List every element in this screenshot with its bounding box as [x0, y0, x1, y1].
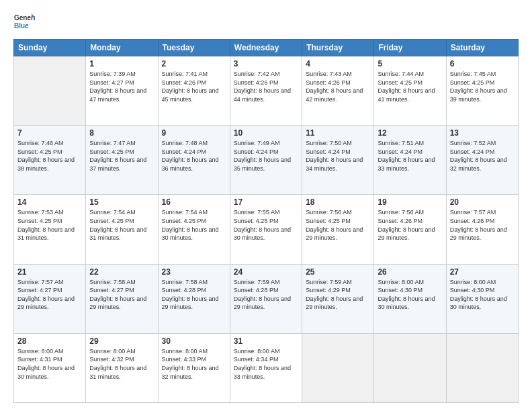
day-number: 5	[378, 59, 442, 68]
day-info: Sunrise: 7:54 AMSunset: 4:25 PMDaylight:…	[162, 208, 226, 242]
calendar-cell: 17Sunrise: 7:55 AMSunset: 4:25 PMDayligh…	[230, 195, 302, 264]
weekday-header-thursday: Thursday	[302, 40, 374, 56]
day-number: 23	[162, 267, 226, 277]
day-info: Sunrise: 8:00 AMSunset: 4:30 PMDaylight:…	[378, 278, 442, 312]
day-number: 3	[234, 59, 298, 68]
calendar-cell: 8Sunrise: 7:47 AMSunset: 4:25 PMDaylight…	[86, 126, 158, 195]
day-info: Sunrise: 7:39 AMSunset: 4:27 PMDaylight:…	[89, 70, 154, 103]
calendar-table: SundayMondayTuesdayWednesdayThursdayFrid…	[13, 39, 519, 403]
day-number: 21	[17, 267, 82, 277]
day-number: 29	[89, 336, 154, 346]
day-info: Sunrise: 7:41 AMSunset: 4:26 PMDaylight:…	[162, 70, 226, 103]
calendar-cell: 9Sunrise: 7:48 AMSunset: 4:24 PMDaylight…	[158, 126, 230, 195]
calendar-cell: 23Sunrise: 7:58 AMSunset: 4:28 PMDayligh…	[158, 264, 230, 333]
day-info: Sunrise: 7:48 AMSunset: 4:24 PMDaylight:…	[162, 139, 226, 173]
day-number: 7	[17, 128, 82, 138]
day-number: 17	[234, 197, 298, 207]
day-number: 19	[378, 197, 442, 207]
header: General Blue	[13, 11, 519, 32]
day-number: 10	[234, 128, 298, 138]
calendar-week-1: 1Sunrise: 7:39 AMSunset: 4:27 PMDaylight…	[14, 56, 519, 126]
calendar-cell: 14Sunrise: 7:53 AMSunset: 4:25 PMDayligh…	[14, 195, 86, 264]
day-number: 13	[450, 128, 515, 138]
weekday-header-wednesday: Wednesday	[230, 40, 302, 56]
calendar-cell: 13Sunrise: 7:52 AMSunset: 4:24 PMDayligh…	[446, 126, 518, 195]
day-info: Sunrise: 7:44 AMSunset: 4:25 PMDaylight:…	[378, 70, 442, 103]
day-number: 8	[89, 128, 154, 138]
day-number: 24	[234, 267, 298, 277]
day-info: Sunrise: 7:51 AMSunset: 4:24 PMDaylight:…	[378, 139, 442, 173]
day-number: 14	[17, 197, 82, 207]
day-number: 20	[450, 197, 515, 207]
weekday-header-monday: Monday	[86, 40, 158, 56]
calendar-cell: 28Sunrise: 8:00 AMSunset: 4:31 PMDayligh…	[14, 333, 86, 402]
day-info: Sunrise: 7:55 AMSunset: 4:25 PMDaylight:…	[234, 208, 298, 242]
calendar-week-4: 21Sunrise: 7:57 AMSunset: 4:27 PMDayligh…	[14, 264, 519, 333]
calendar-cell: 22Sunrise: 7:58 AMSunset: 4:27 PMDayligh…	[86, 264, 158, 333]
calendar-cell	[446, 333, 518, 402]
day-info: Sunrise: 7:59 AMSunset: 4:29 PMDaylight:…	[306, 278, 370, 312]
calendar-cell: 15Sunrise: 7:54 AMSunset: 4:25 PMDayligh…	[86, 195, 158, 264]
day-info: Sunrise: 7:42 AMSunset: 4:26 PMDaylight:…	[234, 70, 298, 103]
weekday-header-row: SundayMondayTuesdayWednesdayThursdayFrid…	[14, 40, 519, 56]
calendar-cell: 12Sunrise: 7:51 AMSunset: 4:24 PMDayligh…	[374, 126, 446, 195]
calendar-cell: 11Sunrise: 7:50 AMSunset: 4:24 PMDayligh…	[302, 126, 374, 195]
calendar-cell: 3Sunrise: 7:42 AMSunset: 4:26 PMDaylight…	[230, 56, 302, 126]
day-number: 12	[378, 128, 442, 138]
day-info: Sunrise: 8:00 AMSunset: 4:31 PMDaylight:…	[17, 347, 82, 381]
day-info: Sunrise: 7:52 AMSunset: 4:24 PMDaylight:…	[450, 139, 515, 173]
calendar-cell: 10Sunrise: 7:49 AMSunset: 4:24 PMDayligh…	[230, 126, 302, 195]
calendar-cell: 24Sunrise: 7:59 AMSunset: 4:28 PMDayligh…	[230, 264, 302, 333]
day-number: 30	[162, 336, 226, 346]
day-info: Sunrise: 7:50 AMSunset: 4:24 PMDaylight:…	[306, 139, 370, 173]
day-info: Sunrise: 7:56 AMSunset: 4:25 PMDaylight:…	[306, 208, 370, 242]
day-number: 1	[89, 59, 154, 68]
calendar-cell	[14, 56, 86, 126]
weekday-header-friday: Friday	[374, 40, 446, 56]
day-number: 25	[306, 267, 370, 277]
calendar-cell: 5Sunrise: 7:44 AMSunset: 4:25 PMDaylight…	[374, 56, 446, 126]
day-info: Sunrise: 8:00 AMSunset: 4:34 PMDaylight:…	[234, 347, 298, 381]
calendar-cell: 20Sunrise: 7:57 AMSunset: 4:26 PMDayligh…	[446, 195, 518, 264]
day-info: Sunrise: 8:00 AMSunset: 4:33 PMDaylight:…	[162, 347, 226, 381]
calendar-cell: 26Sunrise: 8:00 AMSunset: 4:30 PMDayligh…	[374, 264, 446, 333]
day-number: 28	[17, 336, 82, 346]
day-info: Sunrise: 7:46 AMSunset: 4:25 PMDaylight:…	[17, 139, 82, 173]
calendar-cell: 1Sunrise: 7:39 AMSunset: 4:27 PMDaylight…	[86, 56, 158, 126]
day-info: Sunrise: 7:49 AMSunset: 4:24 PMDaylight:…	[234, 139, 298, 173]
day-number: 11	[306, 128, 370, 138]
weekday-header-saturday: Saturday	[446, 40, 518, 56]
calendar-cell: 16Sunrise: 7:54 AMSunset: 4:25 PMDayligh…	[158, 195, 230, 264]
day-info: Sunrise: 7:43 AMSunset: 4:26 PMDaylight:…	[306, 70, 370, 103]
day-number: 18	[306, 197, 370, 207]
calendar-cell: 25Sunrise: 7:59 AMSunset: 4:29 PMDayligh…	[302, 264, 374, 333]
calendar-week-2: 7Sunrise: 7:46 AMSunset: 4:25 PMDaylight…	[14, 126, 519, 195]
day-info: Sunrise: 7:57 AMSunset: 4:27 PMDaylight:…	[17, 278, 82, 312]
day-number: 9	[162, 128, 226, 138]
day-number: 26	[378, 267, 442, 277]
calendar-cell: 19Sunrise: 7:56 AMSunset: 4:26 PMDayligh…	[374, 195, 446, 264]
logo: General Blue	[13, 11, 35, 32]
day-number: 16	[162, 197, 226, 207]
day-number: 4	[306, 59, 370, 68]
calendar-cell: 21Sunrise: 7:57 AMSunset: 4:27 PMDayligh…	[14, 264, 86, 333]
calendar-cell: 2Sunrise: 7:41 AMSunset: 4:26 PMDaylight…	[158, 56, 230, 126]
weekday-header-sunday: Sunday	[14, 40, 86, 56]
day-number: 22	[89, 267, 154, 277]
day-info: Sunrise: 7:58 AMSunset: 4:28 PMDaylight:…	[162, 278, 226, 312]
day-number: 15	[89, 197, 154, 207]
day-info: Sunrise: 7:59 AMSunset: 4:28 PMDaylight:…	[234, 278, 298, 312]
day-info: Sunrise: 8:00 AMSunset: 4:32 PMDaylight:…	[89, 347, 154, 381]
day-number: 27	[450, 267, 515, 277]
day-info: Sunrise: 7:56 AMSunset: 4:26 PMDaylight:…	[378, 208, 442, 242]
calendar-cell: 4Sunrise: 7:43 AMSunset: 4:26 PMDaylight…	[302, 56, 374, 126]
day-info: Sunrise: 7:53 AMSunset: 4:25 PMDaylight:…	[17, 208, 82, 242]
calendar-cell: 31Sunrise: 8:00 AMSunset: 4:34 PMDayligh…	[230, 333, 302, 402]
day-info: Sunrise: 7:58 AMSunset: 4:27 PMDaylight:…	[89, 278, 154, 312]
calendar-cell	[374, 333, 446, 402]
calendar-cell: 29Sunrise: 8:00 AMSunset: 4:32 PMDayligh…	[86, 333, 158, 402]
day-number: 6	[450, 59, 515, 68]
day-info: Sunrise: 7:47 AMSunset: 4:25 PMDaylight:…	[89, 139, 154, 173]
calendar-cell: 30Sunrise: 8:00 AMSunset: 4:33 PMDayligh…	[158, 333, 230, 402]
calendar-cell: 6Sunrise: 7:45 AMSunset: 4:25 PMDaylight…	[446, 56, 518, 126]
